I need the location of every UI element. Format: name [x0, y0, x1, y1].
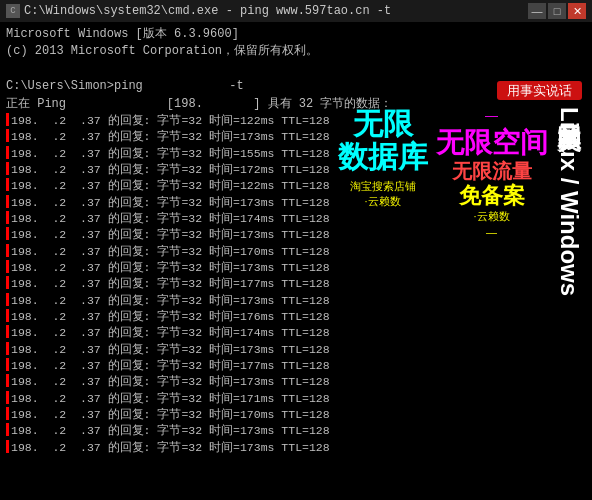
ping-row: 198. .2 .37 的回复: 字节=32 时间=122ms TTL=128: [6, 178, 586, 194]
minimize-button[interactable]: —: [528, 3, 546, 19]
ping-row: 198. .2 .37 的回复: 字节=32 时间=173ms TTL=128: [6, 423, 586, 439]
cmd-line-3: [6, 61, 586, 78]
ping-row: 198. .2 .37 的回复: 字节=32 时间=174ms TTL=128: [6, 211, 586, 227]
ping-row: 198. .2 .37 的回复: 字节=32 时间=172ms TTL=128: [6, 162, 586, 178]
window-controls[interactable]: — □ ✕: [528, 3, 586, 19]
ping-row: 198. .2 .37 的回复: 字节=32 时间=173ms TTL=128: [6, 260, 586, 276]
cmd-ping-info: 正在 Ping [198. ] 具有 32 字节的数据：: [6, 96, 586, 113]
maximize-button[interactable]: □: [548, 3, 566, 19]
ping-row: 198. .2 .37 的回复: 字节=32 时间=177ms TTL=128: [6, 358, 586, 374]
ping-row: 198. .2 .37 的回复: 字节=32 时间=173ms TTL=128: [6, 342, 586, 358]
ping-row: 198. .2 .37 的回复: 字节=32 时间=173ms TTL=128: [6, 374, 586, 390]
window-title: C:\Windows\system32\cmd.exe - ping www.5…: [24, 4, 391, 18]
cmd-line-1: Microsoft Windows [版本 6.3.9600]: [6, 26, 586, 43]
ping-row: 198. .2 .37 的回复: 字节=32 时间=174ms TTL=128: [6, 325, 586, 341]
cmd-window: Microsoft Windows [版本 6.3.9600] (c) 2013…: [0, 22, 592, 500]
ping-row: 198. .2 .37 的回复: 字节=32 时间=173ms TTL=128: [6, 293, 586, 309]
cmd-prompt-line: C:\Users\Simon>ping -t: [6, 78, 586, 95]
cmd-icon: C: [6, 4, 20, 18]
ping-row: 198. .2 .37 的回复: 字节=32 时间=173ms TTL=128: [6, 129, 586, 145]
ping-row: 198. .2 .37 的回复: 字节=32 时间=173ms TTL=128: [6, 195, 586, 211]
ping-row: 198. .2 .37 的回复: 字节=32 时间=170ms TTL=128: [6, 407, 586, 423]
ping-row: 198. .2 .37 的回复: 字节=32 时间=155ms TTL=128: [6, 146, 586, 162]
cmd-line-2: (c) 2013 Microsoft Corporation，保留所有权利。: [6, 43, 586, 60]
ping-row: 198. .2 .37 的回复: 字节=32 时间=171ms TTL=128: [6, 391, 586, 407]
title-bar: C C:\Windows\system32\cmd.exe - ping www…: [0, 0, 592, 22]
ping-row: 198. .2 .37 的回复: 字节=32 时间=173ms TTL=128: [6, 227, 586, 243]
ping-row: 198. .2 .37 的回复: 字节=32 时间=170ms TTL=128: [6, 244, 586, 260]
ping-row: 198. .2 .37 的回复: 字节=32 时间=177ms TTL=128: [6, 276, 586, 292]
ping-row: 198. .2 .37 的回复: 字节=32 时间=173ms TTL=128: [6, 440, 586, 456]
ping-row: 198. .2 .37 的回复: 字节=32 时间=176ms TTL=128: [6, 309, 586, 325]
title-bar-left: C C:\Windows\system32\cmd.exe - ping www…: [6, 4, 391, 18]
ping-rows: 198. .2 .37 的回复: 字节=32 时间=122ms TTL=1281…: [6, 113, 586, 456]
close-button[interactable]: ✕: [568, 3, 586, 19]
ping-row: 198. .2 .37 的回复: 字节=32 时间=122ms TTL=128: [6, 113, 586, 129]
